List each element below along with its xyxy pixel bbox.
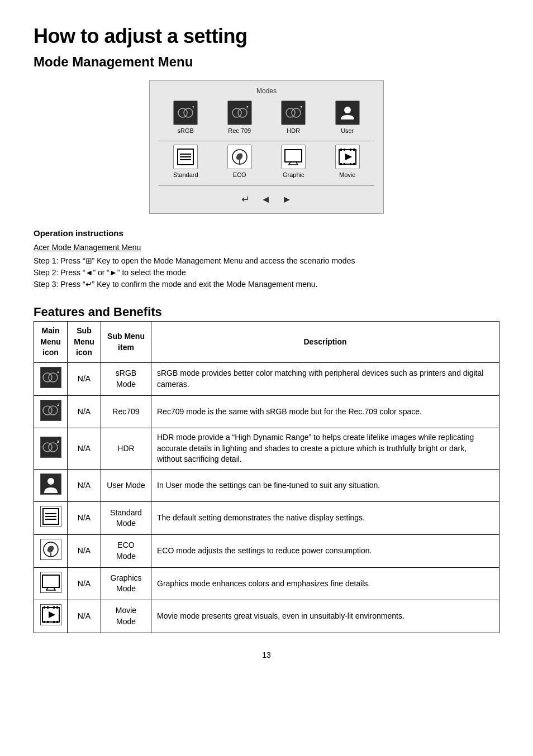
op-step-1: Step 1: Press “⊞” Key to open the Mode M…: [34, 255, 499, 267]
row-desc-5: ECO mode adjusts the settings to reduce …: [151, 535, 499, 568]
nav-row: ↵ ◄ ►: [159, 189, 374, 208]
user-icon: [335, 101, 360, 125]
svg-point-7: [292, 108, 301, 117]
back-icon: ↵: [241, 193, 250, 207]
svg-point-1: [184, 108, 193, 117]
row-sub-icon-3: N/A: [68, 469, 101, 502]
table-row: N/A Movie Mode Movie mode presents great…: [34, 600, 499, 633]
table-row: N/A Standard Mode The default setting de…: [34, 502, 499, 535]
svg-point-42: [47, 478, 54, 485]
row-icon-4: [34, 502, 68, 535]
row-desc-4: The default setting demonstrates the nat…: [151, 502, 499, 535]
col-header-4: Description: [151, 322, 499, 363]
features-section: Features and Benefits Main Menu icon Sub…: [34, 304, 499, 633]
svg-text:₁: ₁: [57, 368, 59, 374]
row-icon-2: ₃: [34, 428, 68, 470]
page-title: How to adjust a setting: [34, 22, 499, 50]
left-icon: ◄: [261, 193, 271, 207]
srgb3-icon: ₃: [281, 101, 306, 125]
operation-instructions: Operation instructions Acer Mode Managem…: [34, 227, 499, 291]
row-icon-7: [34, 600, 68, 633]
svg-point-6: [286, 108, 295, 117]
row-item-1: Rec709: [101, 395, 151, 428]
svg-text:₃: ₃: [300, 103, 302, 109]
standard-label: Standard: [173, 171, 198, 179]
table-row: ₁ N/A sRGB Mode sRGB mode provides bette…: [34, 362, 499, 395]
user-label: User: [341, 127, 354, 135]
mode-row-1: ₁ sRGB ₂ Rec 709: [159, 101, 374, 135]
svg-rect-62: [56, 621, 58, 623]
mode-item-standard: Standard: [166, 145, 205, 179]
operation-heading: Operation instructions: [34, 227, 499, 239]
row-desc-1: Rec709 mode is the same with sRGB mode b…: [151, 395, 499, 428]
mode-item-hdr: ₃ HDR: [274, 101, 313, 135]
operation-link[interactable]: Acer Mode Management Menu: [34, 242, 499, 253]
svg-point-3: [232, 108, 241, 117]
svg-text:₂: ₂: [57, 401, 59, 407]
row-sub-icon-0: N/A: [68, 362, 101, 395]
svg-rect-28: [353, 149, 355, 151]
mode-item-movie: Movie: [328, 145, 367, 179]
row-desc-6: Graphics mode enhances colors and emphas…: [151, 567, 499, 600]
row-sub-icon-2: N/A: [68, 428, 101, 470]
svg-rect-17: [285, 150, 302, 162]
movie-icon: [335, 145, 360, 169]
svg-marker-22: [345, 154, 352, 160]
row-sub-icon-7: N/A: [68, 600, 101, 633]
svg-rect-56: [47, 606, 49, 609]
svg-rect-29: [340, 163, 342, 165]
col-header-2: Sub Menu icon: [68, 322, 101, 363]
table-row: N/A ECO Mode ECO mode adjusts the settin…: [34, 535, 499, 568]
row-desc-7: Movie mode presents great visuals, even …: [151, 600, 499, 633]
mode-item-graphic: Graphic: [274, 145, 313, 179]
mode-item-eco: ECO: [220, 145, 259, 179]
svg-rect-27: [350, 149, 351, 151]
svg-point-33: [43, 373, 52, 382]
row-desc-0: sRGB mode provides better color matching…: [151, 362, 499, 395]
mode-row-2: Standard ECO: [159, 145, 374, 179]
row-desc-2: HDR mode provide a “High Dynamic Range” …: [151, 428, 499, 470]
svg-point-39: [43, 443, 52, 452]
eco-icon: [227, 145, 252, 169]
svg-point-4: [238, 108, 247, 117]
row-sub-icon-5: N/A: [68, 535, 101, 568]
svg-point-40: [49, 443, 58, 452]
col-header-3: Sub Menu item: [101, 322, 151, 363]
srgb2-icon: ₂: [227, 101, 252, 125]
features-table: Main Menu icon Sub Menu icon Sub Menu it…: [34, 321, 499, 633]
row-item-0: sRGB Mode: [101, 362, 151, 395]
svg-rect-32: [353, 163, 355, 165]
row-item-6: Graphics Mode: [101, 567, 151, 600]
rec709-label: Rec 709: [228, 127, 251, 135]
svg-rect-61: [53, 621, 55, 623]
svg-point-0: [178, 108, 187, 117]
row-icon-3: [34, 469, 68, 502]
svg-text:₂: ₂: [246, 103, 249, 109]
row-item-3: User Mode: [101, 469, 151, 502]
svg-rect-16: [285, 150, 302, 162]
hdr-label: HDR: [287, 127, 300, 135]
mode-item-rec709: ₂ Rec 709: [220, 101, 259, 135]
row-icon-0: ₁: [34, 362, 68, 395]
page-subtitle: Mode Management Menu: [34, 52, 499, 71]
mode-item-srgb: ₁ sRGB: [166, 101, 205, 135]
svg-rect-31: [350, 163, 351, 165]
table-row: ₃ N/A HDR HDR mode provide a “High Dynam…: [34, 428, 499, 470]
mode-item-user: User: [328, 101, 367, 135]
svg-point-37: [49, 406, 58, 415]
page-number: 13: [34, 650, 499, 661]
row-item-2: HDR: [101, 428, 151, 470]
row-icon-6: [34, 567, 68, 600]
op-step-2: Step 2: Press “◄” or “►” to select the m…: [34, 267, 499, 279]
col-header-1: Main Menu icon: [34, 322, 68, 363]
svg-rect-25: [340, 149, 342, 151]
row-sub-icon-1: N/A: [68, 395, 101, 428]
srgb-label: sRGB: [178, 127, 194, 135]
features-heading: Features and Benefits: [34, 304, 499, 321]
row-icon-5: [34, 535, 68, 568]
row-item-7: Movie Mode: [101, 600, 151, 633]
standard-icon: [173, 145, 198, 169]
movie-label: Movie: [339, 171, 355, 179]
svg-rect-58: [56, 606, 58, 609]
table-row: ₂ N/A Rec709 Rec709 mode is the same wit…: [34, 395, 499, 428]
